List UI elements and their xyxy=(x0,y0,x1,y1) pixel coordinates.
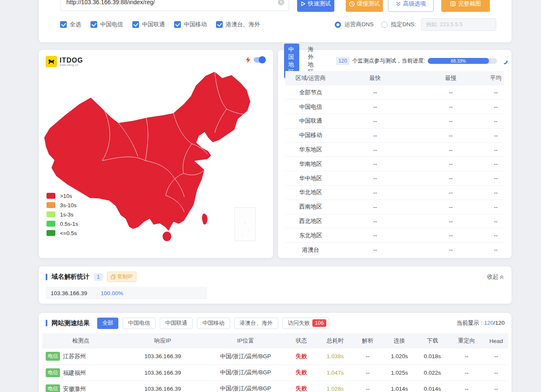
total-time-cell: 1.047s xyxy=(318,365,352,381)
results-col-header: 连接 xyxy=(383,333,416,348)
display-current: 120 xyxy=(484,320,494,326)
region-value: -- xyxy=(487,100,504,114)
carrier-checkbox-4[interactable]: 港澳台、海外 xyxy=(216,21,260,28)
progress-percent: 88.33% xyxy=(451,58,466,63)
filter-港澳台、海外[interactable]: 港澳台、海外 xyxy=(234,318,278,329)
region-value: -- xyxy=(414,128,487,143)
metric-cell: 1.014s xyxy=(383,381,416,392)
region-row: 中国移动------ xyxy=(285,128,504,143)
url-input[interactable]: http://103.36.166.39:88/index/reg/ xyxy=(60,0,289,11)
metric-cell: 0.014s xyxy=(416,381,449,392)
checkbox-icon xyxy=(90,21,97,28)
response-ip: 103.36.166.39 xyxy=(119,348,206,365)
legend-item-3: 0.5s-1s xyxy=(46,221,78,227)
carrier-dns-radio[interactable] xyxy=(335,22,341,28)
region-row: 东北地区------ xyxy=(285,228,504,243)
region-value: -- xyxy=(414,243,487,257)
filter-label: 中国电信 xyxy=(128,319,150,327)
metric-cell: 1.020s xyxy=(383,348,416,365)
region-value: -- xyxy=(336,157,414,171)
resolved-ip-percent: 100.00% xyxy=(101,290,123,296)
collapse-button[interactable]: 收起 xyxy=(487,273,504,281)
double-chevron-up-icon xyxy=(500,275,504,280)
results-col-header: 状态 xyxy=(285,333,318,348)
region-row: 西南地区------ xyxy=(285,200,504,214)
fast-test-button[interactable]: 快速测试 xyxy=(297,0,334,12)
region-value: -- xyxy=(487,186,504,200)
advanced-options-button[interactable]: 高级选项 xyxy=(388,0,434,12)
map-mode-toggle[interactable] xyxy=(254,57,265,63)
region-col-header: 平均 xyxy=(487,71,504,85)
filter-中国电信[interactable]: 中国电信 xyxy=(123,318,156,329)
legend-label: 3s-10s xyxy=(60,202,77,208)
dns-stats-header: 域名解析统计 1 复制IP xyxy=(46,271,137,282)
clear-input-icon[interactable] xyxy=(278,0,284,5)
metric-cell: -- xyxy=(449,381,484,392)
region-row: 华南地区------ xyxy=(285,157,504,171)
legend-item-1: 3s-10s xyxy=(46,202,78,208)
map-legend: >10s3s-10s1s-3s0.5s-1s<=0.5s xyxy=(46,193,78,236)
carrier-dns-label: 运营商DNS xyxy=(344,21,374,28)
region-name: 港澳台 xyxy=(285,243,336,257)
custom-dns-radio[interactable] xyxy=(381,22,388,28)
section-accent-bar xyxy=(46,274,47,280)
results-col-header: 检测点 xyxy=(42,333,119,348)
region-value: -- xyxy=(487,143,504,157)
carrier-checkbox-3[interactable]: 中国移动 xyxy=(174,21,207,28)
result-row: 电信福建福州103.36.166.39中国/浙江/温州/BGP失败1.047s-… xyxy=(42,365,508,381)
copy-ip-button[interactable]: 复制IP xyxy=(107,271,137,282)
region-name: 中国移动 xyxy=(285,128,336,143)
ip-location: 中国/浙江/温州/BGP xyxy=(206,381,285,392)
dns-entry-row: 103.36.166.39 100.00% xyxy=(46,287,207,299)
ip-location: 中国/浙江/温州/BGP xyxy=(206,365,285,381)
region-row: 华东地区------ xyxy=(285,143,504,157)
resolved-ip: 103.36.166.39 xyxy=(51,290,87,296)
speed-results-card: 网站测速结果 全部中国电信中国联通中国移动港澳台、海外访问失败106 当前显示 … xyxy=(39,313,511,392)
region-value: -- xyxy=(487,171,504,186)
results-col-header: 重定向 xyxy=(449,333,484,348)
filter-中国移动[interactable]: 中国移动 xyxy=(197,318,230,329)
test-toolbar-card: http://103.36.166.39:88/index/reg/ 快速测试 … xyxy=(39,0,511,42)
dns-count-badge: 1 xyxy=(94,273,103,281)
result-row: 电信安徽滁州103.36.166.39中国/浙江/温州/BGP失败1.028s-… xyxy=(42,381,508,392)
region-row: 华中地区------ xyxy=(285,171,504,186)
carrier-checkbox-2[interactable]: 中国联通 xyxy=(132,21,165,28)
filter-label: 全部 xyxy=(102,319,113,327)
filter-中国联通[interactable]: 中国联通 xyxy=(160,318,193,329)
region-value: -- xyxy=(336,228,414,243)
full-screenshot-button[interactable]: 完整截图 xyxy=(441,0,490,12)
carrier-checkbox-row: 全选中国电信中国联通中国移动港澳台、海外 xyxy=(60,20,260,29)
legend-label: >10s xyxy=(60,193,72,199)
progress-bar: 88.33% xyxy=(428,58,497,64)
region-value: -- xyxy=(487,243,504,257)
region-name: 中国电信 xyxy=(285,100,336,114)
results-col-header: IP位置 xyxy=(206,333,285,348)
region-row: 港澳台------ xyxy=(285,243,504,257)
region-value: -- xyxy=(336,100,414,114)
node-name: 福建福州 xyxy=(63,370,86,376)
region-row: 全部节点------ xyxy=(285,85,504,100)
carrier-checkbox-1[interactable]: 中国电信 xyxy=(90,21,123,28)
dog-icon xyxy=(46,56,57,67)
region-value: -- xyxy=(414,157,487,171)
custom-dns-input[interactable]: 例如: 223.5.5.5 xyxy=(421,18,496,31)
carrier-checkbox-0[interactable]: 全选 xyxy=(60,21,81,28)
region-value: -- xyxy=(414,171,487,186)
filter-全部[interactable]: 全部 xyxy=(97,318,118,329)
screenshot-icon xyxy=(450,1,456,6)
filter-访问失败[interactable]: 访问失败106 xyxy=(282,318,329,329)
metric-cell: -- xyxy=(352,348,383,365)
filter-label: 访问失败 xyxy=(288,319,310,327)
region-name: 华中地区 xyxy=(285,171,336,186)
play-icon xyxy=(301,1,306,6)
double-chevron-down-icon xyxy=(396,2,401,6)
slow-test-button[interactable]: 缓慢测试 xyxy=(346,0,383,12)
status-cell: 失败 xyxy=(285,381,318,392)
monitor-count-badge: 120 xyxy=(336,57,350,65)
results-col-header: 下载 xyxy=(416,333,449,348)
checkbox-label: 中国联通 xyxy=(142,21,165,28)
logo-subtitle: www.itdog.cn xyxy=(60,63,83,66)
checkbox-icon xyxy=(60,21,67,28)
lightning-icon xyxy=(246,57,250,63)
region-name: 西北地区 xyxy=(285,214,336,228)
